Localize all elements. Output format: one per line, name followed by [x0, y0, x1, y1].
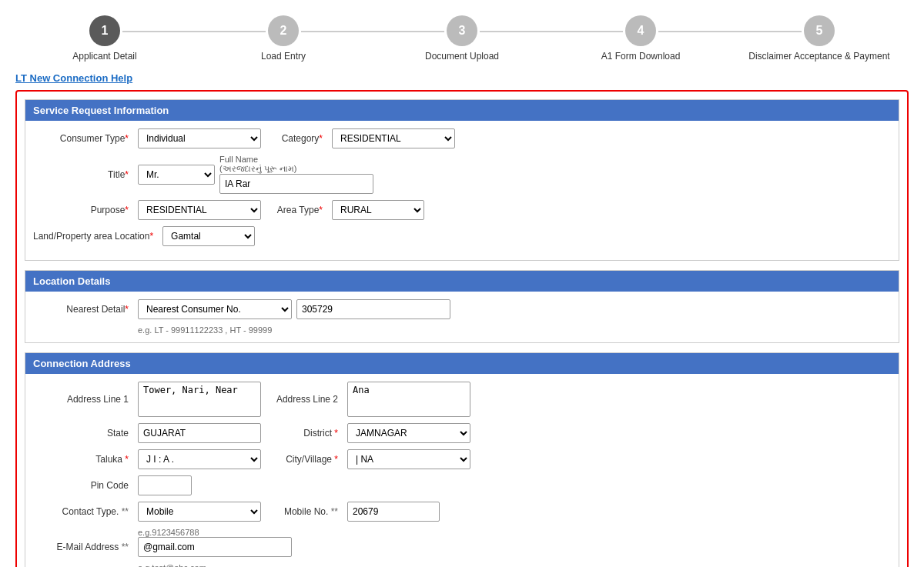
email-input[interactable]: [138, 537, 292, 557]
title-label: Title*: [33, 169, 133, 180]
location-details-header: Location Details: [25, 271, 899, 292]
contact-type-select[interactable]: Mobile: [138, 502, 261, 522]
purpose-label: Purpose*: [33, 205, 133, 215]
consumer-type-row: Consumer Type* Individual Category* RESI…: [33, 128, 891, 148]
step-2[interactable]: 2 Load Entry: [194, 15, 373, 62]
mobile-no-label: Mobile No. **: [266, 506, 343, 517]
step-5-circle: 5: [804, 15, 835, 46]
purpose-row: Purpose* RESIDENTIAL Area Type* RURAL: [33, 200, 891, 220]
pincode-row: Pin Code: [33, 475, 891, 495]
city-village-select[interactable]: | NA: [347, 449, 470, 469]
category-label: Category*: [266, 133, 327, 144]
land-property-row: Land/Property area Location* Gamtal: [33, 226, 891, 246]
email-row: E-Mail Address **: [33, 537, 891, 557]
pincode-label: Pin Code: [33, 480, 133, 491]
step-4[interactable]: 4 A1 Form Download: [551, 15, 730, 62]
fullname-label: Full Name (અરજદારનું પૂરૂ નામ): [219, 155, 373, 174]
nearest-detail-select[interactable]: Nearest Consumer No.: [138, 299, 292, 319]
purpose-select[interactable]: RESIDENTIAL: [138, 200, 261, 220]
connection-address-body: Address Line 1 Tower, Nari, Near Address…: [25, 374, 899, 567]
step-2-label: Load Entry: [261, 51, 306, 62]
land-property-label: Land/Property area Location*: [33, 231, 158, 242]
address-lines-row: Address Line 1 Tower, Nari, Near Address…: [33, 382, 891, 417]
step-3[interactable]: 3 Document Upload: [373, 15, 551, 62]
fullname-input[interactable]: [219, 174, 373, 194]
service-request-body: Consumer Type* Individual Category* RESI…: [25, 121, 899, 260]
step-4-label: A1 Form Download: [601, 51, 681, 62]
address-line2-label: Address Line 2: [266, 394, 343, 405]
address-line1-label: Address Line 1: [33, 394, 133, 405]
state-district-row: State District * JAMNAGAR: [33, 423, 891, 443]
taluka-select[interactable]: J I : A .: [138, 449, 261, 469]
step-4-circle: 4: [625, 15, 656, 46]
step-5-label: Disclaimer Acceptance & Payment: [748, 51, 889, 62]
land-property-select[interactable]: Gamtal: [162, 226, 255, 246]
nearest-input[interactable]: [296, 299, 450, 319]
contact-mobile-row: Contact Type. ** Mobile Mobile No. **: [33, 502, 891, 522]
step-5[interactable]: 5 Disclaimer Acceptance & Payment: [730, 15, 909, 62]
area-type-label: Area Type*: [266, 205, 327, 215]
fullname-col: Full Name (અરજદારનું પૂરૂ નામ): [219, 155, 373, 194]
address-line2-input[interactable]: Ana: [347, 382, 470, 417]
step-3-circle: 3: [447, 15, 477, 46]
taluka-label: Taluka *: [33, 454, 133, 465]
pincode-input[interactable]: [138, 475, 192, 495]
connection-address-header: Connection Address: [25, 353, 899, 374]
nearest-hint: e.g. LT - 99911122233 , HT - 99999: [138, 325, 891, 335]
connection-address-section: Connection Address Address Line 1 Tower,…: [25, 352, 899, 567]
help-link[interactable]: LT New Connection Help: [0, 69, 924, 90]
address-line1-input[interactable]: Tower, Nari, Near: [138, 382, 261, 417]
service-request-section: Service Request Information Consumer Typ…: [25, 99, 899, 261]
stepper: 1 Applicant Detail 2 Load Entry 3 Docume…: [0, 0, 924, 69]
email-label: E-Mail Address **: [33, 542, 133, 552]
step-1-circle: 1: [89, 15, 120, 46]
step-1: 1 Applicant Detail: [15, 15, 194, 62]
step-1-label: Applicant Detail: [72, 51, 136, 62]
taluka-city-row: Taluka * J I : A . City/Village * | NA: [33, 449, 891, 469]
contact-type-label: Contact Type. **: [33, 506, 133, 517]
consumer-type-label: Consumer Type*: [33, 133, 133, 144]
mobile-hint: e.g.9123456788: [138, 528, 891, 537]
nearest-detail-row: Nearest Detail* Nearest Consumer No.: [33, 299, 891, 319]
title-select[interactable]: Mr.: [138, 165, 215, 185]
category-select[interactable]: RESIDENTIAL: [332, 128, 455, 148]
city-village-label: City/Village *: [266, 454, 343, 465]
consumer-type-select[interactable]: Individual: [138, 128, 261, 148]
step-3-label: Document Upload: [425, 51, 499, 62]
area-type-select[interactable]: RURAL: [332, 200, 424, 220]
email-hint: e.g.test@abc.com: [138, 563, 891, 567]
state-label: State: [33, 428, 133, 439]
title-row: Title* Mr. Full Name (અરજદારનું પૂરૂ નામ…: [33, 155, 891, 194]
location-details-section: Location Details Nearest Detail* Nearest…: [25, 270, 899, 343]
district-select[interactable]: JAMNAGAR: [347, 423, 470, 443]
form-container: Service Request Information Consumer Typ…: [15, 90, 909, 567]
district-label: District *: [266, 428, 343, 439]
nearest-detail-label: Nearest Detail*: [33, 304, 133, 315]
mobile-no-input[interactable]: [347, 502, 440, 522]
step-2-circle: 2: [268, 15, 299, 46]
state-input[interactable]: [138, 423, 261, 443]
service-request-header: Service Request Information: [25, 100, 899, 121]
location-details-body: Nearest Detail* Nearest Consumer No. e.g…: [25, 292, 899, 342]
